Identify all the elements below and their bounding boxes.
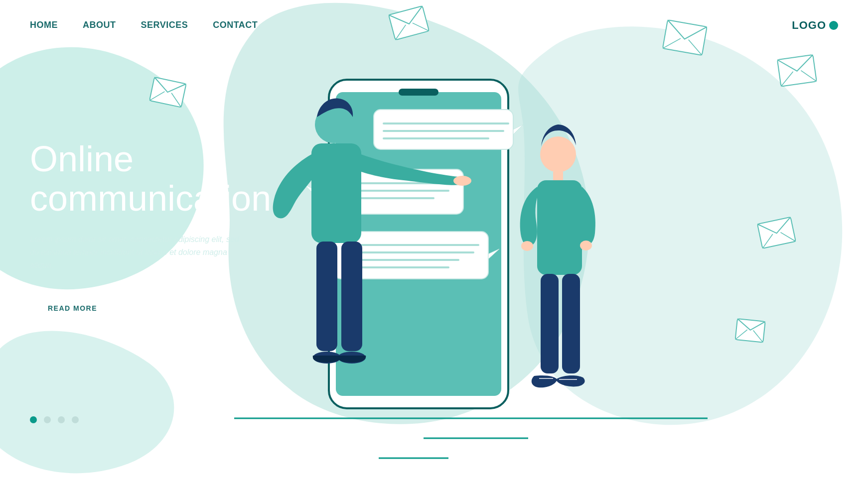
svg-point-30 — [521, 241, 533, 251]
svg-rect-33 — [562, 274, 580, 373]
pagination-dot-2[interactable] — [44, 416, 51, 423]
hero-title-line2: communication — [30, 178, 271, 218]
logo: LOGO — [792, 19, 838, 32]
svg-point-6 — [421, 90, 426, 95]
pagination-dot-4[interactable] — [72, 416, 79, 423]
svg-rect-37 — [663, 20, 707, 55]
pagination-dot-1[interactable] — [30, 416, 37, 423]
hero-title: Online communication — [30, 139, 244, 218]
hero-description: Lorem ipsum dolor sit amet, consectetur … — [30, 233, 244, 271]
nav-home[interactable]: HOME — [30, 20, 58, 30]
svg-rect-23 — [316, 242, 337, 351]
svg-rect-32 — [541, 274, 559, 373]
pagination — [30, 416, 79, 423]
svg-rect-29 — [537, 180, 582, 275]
svg-point-31 — [580, 241, 592, 250]
svg-rect-21 — [311, 143, 361, 243]
navigation: HOME ABOUT SERVICES CONTACT — [30, 20, 258, 30]
hero-content: Online communication Lorem ipsum dolor s… — [30, 139, 244, 320]
nav-services[interactable]: SERVICES — [141, 20, 188, 30]
read-more-button[interactable]: READ MORE — [30, 296, 115, 320]
pagination-dot-3[interactable] — [58, 416, 65, 423]
logo-dot-icon — [829, 21, 838, 30]
nav-about[interactable]: ABOUT — [83, 20, 116, 30]
svg-rect-5 — [399, 89, 438, 96]
nav-contact[interactable]: CONTACT — [213, 20, 258, 30]
svg-point-22 — [453, 176, 471, 186]
svg-point-27 — [540, 136, 576, 172]
svg-rect-7 — [374, 110, 513, 149]
svg-rect-24 — [341, 242, 362, 351]
hero-title-line1: Online — [30, 139, 134, 179]
logo-text: LOGO — [792, 19, 826, 32]
